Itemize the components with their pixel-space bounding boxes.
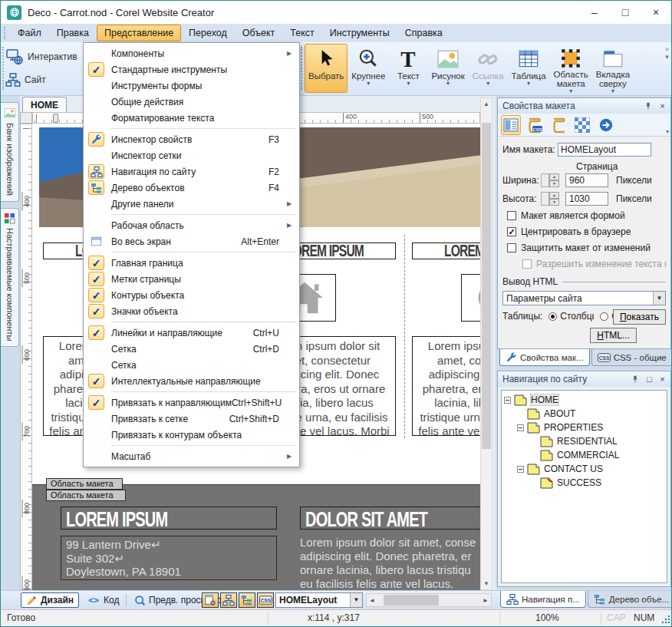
toolbar-button-select-cursor[interactable]: Выбрать [305,44,348,93]
scroll-icon[interactable] [548,115,568,135]
menu-item[interactable]: ✓Привязать к направляющимCtrl+Shift+U [84,394,299,411]
ruler-guide-marker[interactable] [53,114,58,123]
menu-item[interactable]: Инструменты формы [84,78,299,94]
menu-item[interactable]: ✓Метки страницы [84,271,299,287]
menu-item[interactable]: Привязать к контурам объекта [84,427,299,443]
toolbar-button-text[interactable]: TТекст▾ [389,44,427,93]
height-stepper[interactable]: ▲▼ [541,192,559,206]
object-tree-button[interactable] [239,592,255,608]
menubar-item[interactable]: Объект [235,25,283,41]
pin-icon[interactable] [644,102,654,110]
resize-grip[interactable] [660,615,670,625]
page-gear-button[interactable] [202,592,219,608]
chevron-down-icon[interactable]: ▼ [653,292,665,305]
menubar-item[interactable]: Переход [181,25,235,41]
checker-icon[interactable] [572,115,592,135]
html-button[interactable]: HTML... [590,328,637,343]
menu-item[interactable]: ✓Главная граница [84,255,299,271]
tree-item-commercial[interactable]: COMMERCIAL [504,448,667,462]
menubar-item[interactable]: Текст [282,25,321,41]
scroll-right-icon[interactable]: ► [480,597,491,604]
menu-item[interactable]: ✓Линейки и направляющиеCtrl+U [84,325,299,341]
layout-name-input[interactable]: HOMELayout [558,143,651,157]
checkbox-center-in-browser[interactable]: ✓Центрировать в браузере [507,226,666,237]
close-button[interactable]: × [641,1,671,24]
menu-item[interactable]: ✓Стандартные инструменты [84,61,299,78]
menu-item[interactable]: Форматирование текста [84,110,299,126]
scrollbar-thumb[interactable] [482,123,491,449]
tab-дерево-объе-[interactable]: Дерево объе... [588,591,672,608]
expander-icon[interactable] [517,466,524,473]
tab-навигация-п-[interactable]: Навигация п... [500,591,586,608]
close-panel-icon[interactable]: × [657,101,667,111]
footer-paragraph[interactable]: Lorem ipsum dolor sit amet, conseadipisc… [300,536,480,590]
tree-item-properties[interactable]: PROPERTIES [504,421,667,434]
layout-area-tab[interactable]: Область макета [46,478,123,490]
css-badge-button[interactable]: CSS [257,592,274,608]
toolbar-button-site[interactable]: Сайт [5,68,77,91]
maximize-panel-icon[interactable]: □ [644,375,654,384]
toolbar-button-tab-top[interactable]: Вкладка сверху▾ [592,44,634,93]
toolbar-button-zoom-in[interactable]: Крупнее▾ [348,44,389,93]
menu-item[interactable]: Масштаб▶ [84,448,299,464]
column-circle-icon[interactable] [461,274,480,322]
column-paragraph[interactable]: Lorem ipsum dolor sit amet, consectetur … [412,336,480,436]
html-output-select[interactable]: Параметры сайта ▼ [502,291,666,305]
toolbar-button-link[interactable]: Ссылка▾ [469,44,508,93]
toolbar-overflow-icon[interactable]: »▾ [665,45,669,61]
menubar-item[interactable]: Файл [10,25,49,41]
chevron-down-icon[interactable]: ▼ [350,593,362,607]
menu-item[interactable]: Навигация по сайтуF2 [84,163,299,180]
menu-item[interactable]: Инспектор сетки [84,147,299,163]
page-tab-home[interactable]: HOME [22,97,67,112]
tab-свойства-мак-[interactable]: Свойства мак... [499,349,590,366]
checkbox-is-form[interactable]: Макет является формой [507,210,666,221]
sitemap-button[interactable] [220,592,237,608]
footer-left-heading[interactable]: LOREM IPSUM [61,507,277,530]
maximize-button[interactable]: □ [610,1,641,24]
toolbar-button-image[interactable]: Рисунок▾ [427,44,468,93]
go-arrow-icon[interactable] [596,115,616,135]
menu-item[interactable]: СеткаCtrl+D [84,341,299,357]
width-stepper[interactable]: ▲▼ [541,173,559,187]
expander-icon[interactable] [517,424,524,431]
left-tab-components[interactable]: Настраиваемые компоненты [1,208,19,347]
canvas-horizontal-scrollbar[interactable]: ◄ ► [366,593,492,607]
menu-item[interactable]: ✓Значки объекта [84,303,299,319]
radio-columns[interactable] [548,312,557,321]
menubar-item[interactable]: Справка [397,25,450,41]
footer-address[interactable]: 99 Lantern Drive↵Suite 302↵Doylestown, P… [61,536,277,580]
menubar-item[interactable]: Инструменты [322,25,397,41]
radio-rows[interactable] [600,312,608,321]
menu-item[interactable]: ✓Контуры объекта [84,287,299,303]
panel-overflow-icon[interactable]: ▾ [666,128,669,135]
scroll-css-icon[interactable]: CSS [525,115,545,135]
width-input[interactable]: 960 [565,173,608,187]
menu-item[interactable]: Сетка [84,357,299,373]
scrollbar-thumb[interactable] [384,595,439,606]
view-tab-pencil[interactable]: Дизайн [21,592,79,608]
minimize-button[interactable]: – [579,1,610,24]
scroll-left-icon[interactable]: ◄ [367,597,377,604]
left-tab-image-bank[interactable]: Банк изображений [1,102,19,202]
tree-item-about[interactable]: ABOUT [504,407,667,421]
menu-item[interactable]: Дерево объектовF4 [84,180,299,196]
tab-css-общие[interactable]: CSSCSS - общие [591,349,672,366]
toolbar-button-layout-area[interactable]: Область макета▾ [550,44,592,93]
close-panel-icon[interactable]: × [657,375,667,384]
canvas-vertical-scrollbar[interactable]: ▲ ▼ [480,97,492,590]
scroll-down-icon[interactable]: ▼ [481,578,492,589]
menu-item[interactable]: Компоненты▶ [84,45,299,61]
layout-select[interactable]: HOMELayout ▼ [275,592,363,608]
pin-icon[interactable] [631,375,641,383]
menu-item[interactable]: Рабочая область▶ [84,217,299,233]
tree-item-home[interactable]: HOME [504,393,667,407]
tree-item-success[interactable]: SUCCESS [504,476,667,490]
expander-icon[interactable] [504,397,511,404]
menubar-item[interactable]: Представление [97,25,181,41]
toolbar-button-table[interactable]: Таблица▾ [508,44,550,93]
toolbar-button-interactive[interactable]: Интерактив [5,45,77,68]
show-button[interactable]: Показать [613,309,666,325]
menu-item[interactable]: Инспектор свойствF3 [84,131,299,147]
column-heading[interactable]: LOREM IPSUM [412,243,480,259]
